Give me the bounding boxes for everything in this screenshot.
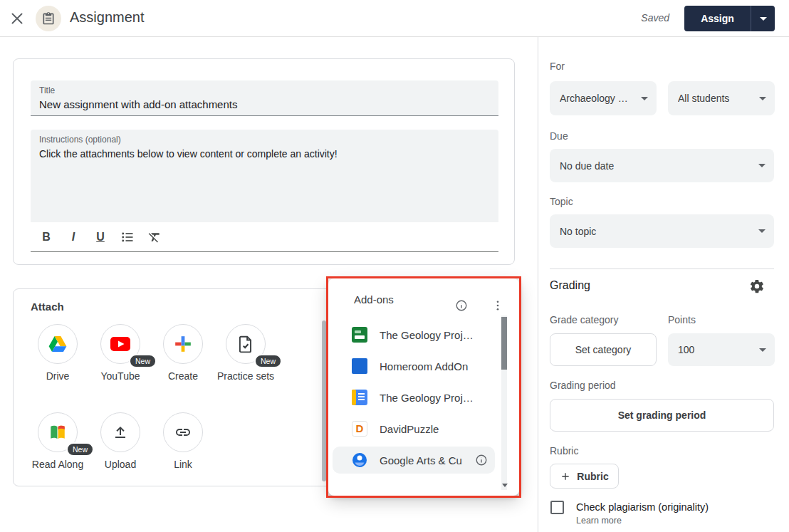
bulleted-list-icon[interactable]: [119, 229, 136, 246]
attach-youtube-button[interactable]: YouTube New: [89, 324, 152, 383]
bold-icon[interactable]: B: [38, 229, 55, 246]
rubric-label: Rubric: [550, 445, 578, 457]
upload-icon[interactable]: [100, 412, 140, 452]
plagiarism-checkbox[interactable]: [550, 501, 564, 514]
grading-divider: [550, 268, 774, 269]
clear-formatting-icon[interactable]: [146, 229, 163, 246]
rubric-button-label: Rubric: [577, 471, 608, 482]
geology-addon-icon: [352, 327, 367, 343]
attach-item-label: Drive: [26, 369, 89, 383]
addon-item-homeroom[interactable]: Homeroom AddOn: [333, 350, 495, 382]
addon-item-label: Google Arts & Cu: [380, 454, 462, 466]
davidpuzzle-addon-icon: D: [352, 421, 367, 437]
topic-label: Topic: [550, 196, 573, 207]
gear-icon[interactable]: [749, 278, 765, 297]
attach-item-label: Upload: [89, 457, 152, 471]
attach-upload-button[interactable]: Upload: [89, 412, 152, 471]
underline-icon[interactable]: U: [92, 229, 109, 246]
info-icon[interactable]: [455, 299, 468, 315]
chain-link-icon: [174, 424, 192, 441]
homeroom-addon-icon: [352, 358, 367, 374]
attach-read-along-button[interactable]: Read Along New: [26, 412, 89, 471]
title-input[interactable]: Title New assignment with add-on attachm…: [31, 80, 498, 116]
attach-item-label: Link: [152, 457, 214, 471]
italic-icon[interactable]: I: [65, 229, 82, 246]
info-icon[interactable]: [475, 454, 488, 469]
title-value: New assignment with add-on attachments: [39, 98, 237, 110]
google-plus-icon: [174, 335, 192, 353]
close-icon: [11, 12, 23, 25]
students-select-value: All students: [678, 93, 759, 104]
attach-item-label: Create: [152, 369, 214, 383]
sidebar-divider: [538, 37, 538, 532]
assign-dropdown-button[interactable]: [751, 6, 775, 31]
attach-scrollbar[interactable]: [322, 320, 326, 481]
clipboard-icon: [41, 11, 56, 26]
instructions-text-area[interactable]: Instructions (optional) Click the attach…: [31, 130, 498, 222]
set-category-value: Set category: [575, 344, 632, 355]
assignment-icon: [36, 6, 61, 31]
top-bar: Assignment Saved Assign: [0, 0, 789, 37]
addon-item-label: Homeroom AddOn: [380, 360, 468, 372]
points-value: 100: [678, 344, 759, 355]
addon-item-google-arts-culture[interactable]: Google Arts & Cu: [333, 447, 495, 474]
addon-item-label: The Geology Proj…: [380, 392, 474, 404]
attach-link-button[interactable]: Link: [152, 412, 214, 471]
chevron-down-icon: [759, 348, 766, 352]
topic-select-value: No topic: [560, 226, 758, 237]
attach-create-button[interactable]: Create: [152, 324, 214, 383]
due-label: Due: [550, 130, 568, 142]
close-button[interactable]: [9, 10, 26, 27]
create-icon[interactable]: [163, 324, 203, 364]
topic-select[interactable]: No topic: [550, 214, 774, 248]
book-icon: [48, 423, 67, 442]
add-rubric-button[interactable]: Rubric: [550, 464, 619, 489]
svg-text:D: D: [356, 422, 364, 434]
popup-scrollbar-thumb[interactable]: [501, 317, 507, 370]
addon-item-label: DavidPuzzle: [380, 423, 439, 435]
attach-practice-sets-button[interactable]: Practice sets New: [214, 324, 277, 383]
set-category-select[interactable]: Set category: [550, 333, 657, 366]
due-date-select[interactable]: No due date: [550, 149, 774, 182]
chevron-down-icon: [759, 97, 766, 100]
set-grading-period-button[interactable]: Set grading period: [550, 399, 774, 432]
document-check-icon: [236, 335, 255, 353]
attach-label: Attach: [31, 301, 64, 313]
add-ons-title: Add-ons: [354, 293, 394, 306]
class-select-value: Archaeology …: [560, 93, 641, 104]
popup-scrollbar[interactable]: [501, 315, 507, 490]
points-select[interactable]: 100: [668, 333, 775, 366]
addon-item-davidpuzzle[interactable]: D DavidPuzzle: [333, 413, 495, 444]
more-options-icon[interactable]: [491, 299, 504, 315]
scroll-down-icon[interactable]: [502, 484, 508, 487]
youtube-play-icon: [110, 337, 130, 351]
instructions-input[interactable]: Instructions (optional) Click the attach…: [31, 130, 498, 252]
for-label: For: [550, 61, 565, 72]
class-select[interactable]: Archaeology …: [550, 81, 657, 115]
attach-item-label: Practice sets: [214, 369, 277, 383]
drive-icon[interactable]: [38, 324, 78, 364]
chevron-down-icon: [758, 229, 766, 233]
attach-item-label: Read Along: [26, 457, 89, 471]
due-date-value: No due date: [560, 160, 758, 172]
students-select[interactable]: All students: [668, 81, 775, 115]
chevron-down-icon: [758, 164, 766, 167]
formatting-toolbar: B I U: [31, 222, 498, 252]
addon-item-geology-1[interactable]: The Geology Proj…: [333, 319, 495, 350]
addon-item-geology-2[interactable]: The Geology Proj…: [333, 382, 495, 413]
points-label: Points: [668, 314, 696, 325]
page-title: Assignment: [70, 9, 145, 26]
upload-arrow-icon: [112, 424, 129, 441]
assign-button[interactable]: Assign: [684, 6, 751, 31]
link-icon[interactable]: [163, 412, 203, 452]
grade-category-label: Grade category: [550, 314, 619, 325]
plus-icon: [560, 471, 571, 482]
assign-split-button: Assign: [684, 6, 775, 31]
assignment-page: Assignment Saved Assign Title New assign…: [0, 0, 789, 532]
title-label: Title: [39, 85, 55, 95]
grading-period-label: Grading period: [550, 380, 616, 391]
learn-more-link[interactable]: Learn more: [576, 516, 622, 526]
saved-status: Saved: [641, 12, 669, 24]
add-ons-popup: Add-ons The Geology Proj… Homeroom AddOn…: [328, 278, 519, 496]
attach-drive-button[interactable]: Drive: [26, 324, 89, 383]
